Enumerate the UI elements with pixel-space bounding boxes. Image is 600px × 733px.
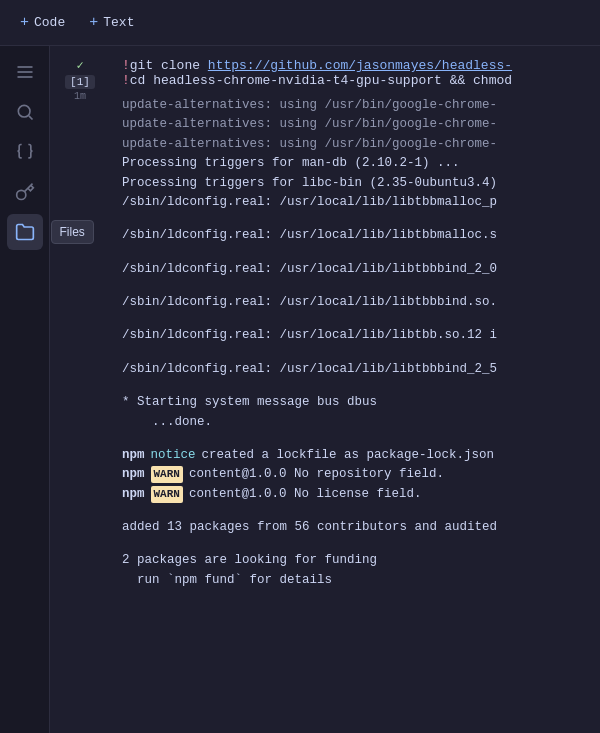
command-text-1: git clone — [130, 58, 208, 73]
bang-symbol-1: ! — [122, 58, 130, 73]
output-line-added: added 13 packages from 56 contributors a… — [122, 518, 592, 537]
svg-line-4 — [28, 116, 32, 120]
toolbar: + Code + Text — [0, 0, 600, 46]
code-btn-label: Code — [34, 15, 65, 30]
output-line-11: /sbin/ldconfig.real: /usr/local/lib/libt… — [122, 360, 592, 379]
content-area: ✓ [1] 1m !git clone https://github.com/j… — [50, 46, 600, 733]
search-icon — [15, 102, 35, 122]
notebook-cell: ✓ [1] 1m !git clone https://github.com/j… — [50, 54, 600, 594]
empty-5 — [122, 346, 592, 360]
empty-4 — [122, 312, 592, 326]
cell-content: !git clone https://github.com/jasonmayes… — [114, 54, 600, 594]
cell-container[interactable]: ✓ [1] 1m !git clone https://github.com/j… — [50, 46, 600, 733]
git-url[interactable]: https://github.com/jasonmayes/headless- — [208, 58, 512, 73]
empty-7 — [122, 432, 592, 446]
npm-warn-line-1: npm WARN content@1.0.0 No repository fie… — [122, 465, 592, 484]
empty-8 — [122, 504, 592, 518]
npm-label-notice: npm — [122, 446, 145, 465]
command-line-1: !git clone https://github.com/jasonmayes… — [122, 58, 592, 73]
npm-label-warn-1: npm — [122, 465, 145, 484]
output-line-2: update-alternatives: using /usr/bin/goog… — [122, 115, 592, 134]
sidebar-item-menu[interactable] — [7, 54, 43, 90]
empty-6 — [122, 379, 592, 393]
output-line-fund-cmd: run `npm fund` for details — [122, 571, 592, 590]
files-icon — [15, 222, 35, 242]
output-line-5: Processing triggers for libc-bin (2.35-0… — [122, 174, 592, 193]
output-line-8: /sbin/ldconfig.real: /usr/local/lib/libt… — [122, 260, 592, 279]
npm-warn-badge-1: WARN — [151, 466, 183, 483]
npm-notice-badge: notice — [151, 446, 196, 465]
svg-point-3 — [18, 105, 30, 117]
output-line-12: * Starting system message bus dbus — [122, 393, 592, 412]
npm-warn-text-2: content@1.0.0 No license field. — [189, 485, 422, 504]
output-line-10: /sbin/ldconfig.real: /usr/local/lib/libt… — [122, 326, 592, 345]
plus-icon-text: + — [89, 14, 98, 31]
output-line-6: /sbin/ldconfig.real: /usr/local/lib/libt… — [122, 193, 592, 212]
run-indicator: ✓ — [76, 58, 83, 73]
output-line-13: ...done. — [122, 413, 592, 432]
output-line-4: Processing triggers for man-db (2.10.2-1… — [122, 154, 592, 173]
add-text-button[interactable]: + Text — [81, 10, 142, 35]
output-line-funding: 2 packages are looking for funding — [122, 551, 592, 570]
output-line-7: /sbin/ldconfig.real: /usr/local/lib/libt… — [122, 226, 592, 245]
files-tooltip: Files — [51, 220, 94, 244]
key-icon — [15, 182, 35, 202]
npm-notice-line: npm notice created a lockfile as package… — [122, 446, 592, 465]
bang-symbol-2: ! — [122, 73, 130, 88]
cell-time: 1m — [74, 91, 86, 102]
npm-warn-badge-2: WARN — [151, 486, 183, 503]
npm-label-warn-2: npm — [122, 485, 145, 504]
npm-warn-line-2: npm WARN content@1.0.0 No license field. — [122, 485, 592, 504]
command-text-2: cd headless-chrome-nvidia-t4-gpu-support… — [130, 73, 512, 88]
output-line-1: update-alternatives: using /usr/bin/goog… — [122, 96, 592, 115]
main-layout: Files ✓ [1] 1m !git clone https://git — [0, 46, 600, 733]
command-line-2: !cd headless-chrome-nvidia-t4-gpu-suppor… — [122, 73, 592, 88]
empty-3 — [122, 279, 592, 293]
output-area: update-alternatives: using /usr/bin/goog… — [114, 92, 600, 594]
svg-point-5 — [16, 190, 25, 199]
output-line-9: /sbin/ldconfig.real: /usr/local/lib/libt… — [122, 293, 592, 312]
npm-warn-text-1: content@1.0.0 No repository field. — [189, 465, 444, 484]
command-area: !git clone https://github.com/jasonmayes… — [114, 54, 600, 92]
variables-icon — [15, 142, 35, 162]
sidebar-item-variables[interactable] — [7, 134, 43, 170]
sidebar-item-files[interactable]: Files — [7, 214, 43, 250]
empty-1 — [122, 212, 592, 226]
cell-gutter: ✓ [1] 1m — [50, 54, 110, 594]
add-code-button[interactable]: + Code — [12, 10, 73, 35]
cell-number: [1] — [65, 75, 95, 89]
text-btn-label: Text — [103, 15, 134, 30]
sidebar-item-search[interactable] — [7, 94, 43, 130]
empty-9 — [122, 537, 592, 551]
empty-2 — [122, 246, 592, 260]
menu-icon — [15, 62, 35, 82]
output-line-3: update-alternatives: using /usr/bin/goog… — [122, 135, 592, 154]
sidebar-item-secrets[interactable] — [7, 174, 43, 210]
sidebar: Files — [0, 46, 50, 733]
npm-notice-text: created a lockfile as package-lock.json — [202, 446, 495, 465]
plus-icon: + — [20, 14, 29, 31]
